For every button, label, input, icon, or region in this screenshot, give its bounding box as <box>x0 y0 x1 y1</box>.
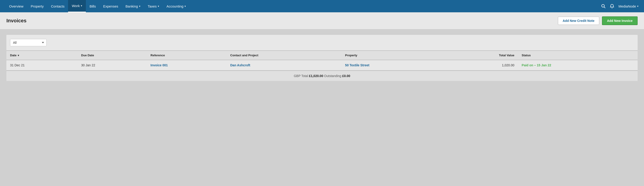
property-cell[interactable]: 50 Textile Street <box>342 60 444 70</box>
main-content: AllDraftSentPaidOverdueVoid Date ▼Due Da… <box>0 29 644 86</box>
nav-item-bills[interactable]: Bills <box>86 0 100 12</box>
header-actions: Add New Credit Note Add New Invoice <box>558 16 638 25</box>
footer-total: £1,020.00 <box>309 74 323 78</box>
col-header-date[interactable]: Date ▼ <box>6 51 78 60</box>
page-header: Invoices Add New Credit Note Add New Inv… <box>0 12 644 29</box>
nav-item-taxes[interactable]: Taxes▾ <box>144 0 163 12</box>
due-date-cell: 30 Jan 22 <box>78 60 147 70</box>
add-credit-note-button[interactable]: Add New Credit Note <box>558 17 599 25</box>
status-cell: Paid on – 15 Jan 22 <box>518 60 638 70</box>
main-nav: OverviewPropertyContactsWork▾BillsExpens… <box>0 0 644 12</box>
total-value-cell: 1,020.00 <box>444 60 518 70</box>
reference-cell[interactable]: Invoice 001 <box>147 60 226 70</box>
status-filter[interactable]: AllDraftSentPaidOverdueVoid <box>10 39 46 46</box>
filter-bar: AllDraftSentPaidOverdueVoid <box>6 35 638 50</box>
add-invoice-button[interactable]: Add New Invoice <box>602 16 638 25</box>
footer-outstanding: £0.00 <box>342 74 350 78</box>
taxes-chevron-icon: ▾ <box>158 5 159 8</box>
page-title: Invoices <box>6 18 26 24</box>
svg-line-1 <box>604 7 605 8</box>
status-paid-label: Paid on – 15 Jan 22 <box>522 63 551 67</box>
user-menu[interactable]: MediaNode ▾ <box>618 4 638 8</box>
contact-cell-link[interactable]: Dan Ashcroft <box>230 63 250 67</box>
nav-item-overview[interactable]: Overview <box>6 0 27 12</box>
notification-bell-icon[interactable] <box>610 4 614 8</box>
reference-cell-link[interactable]: Invoice 001 <box>150 63 168 67</box>
contact-cell[interactable]: Dan Ashcroft <box>226 60 342 70</box>
property-cell-link[interactable]: 50 Textile Street <box>345 63 369 67</box>
col-header-status: Status <box>518 51 638 60</box>
user-chevron-icon: ▾ <box>637 5 638 8</box>
nav-item-banking[interactable]: Banking▾ <box>122 0 144 12</box>
nav-item-contacts[interactable]: Contacts <box>47 0 68 12</box>
banking-chevron-icon: ▾ <box>139 5 140 8</box>
user-label: MediaNode <box>618 4 636 8</box>
date-cell: 31 Dec 21 <box>6 60 78 70</box>
nav-item-work[interactable]: Work▾ <box>68 0 86 12</box>
search-icon[interactable] <box>601 4 606 8</box>
col-header-contact: Contact and Project <box>226 51 342 60</box>
col-header-due_date: Due Date <box>78 51 147 60</box>
work-chevron-icon: ▾ <box>81 4 82 7</box>
table-footer: GBP Total £1,020.00 Outstanding £0.00 <box>6 70 638 81</box>
nav-item-property[interactable]: Property <box>27 0 48 12</box>
accounting-chevron-icon: ▾ <box>184 5 186 8</box>
col-header-property: Property <box>342 51 444 60</box>
nav-item-accounting[interactable]: Accounting▾ <box>163 0 190 12</box>
col-header-reference: Reference <box>147 51 226 60</box>
col-header-total_value: Total Value <box>444 51 518 60</box>
table-row: 31 Dec 2130 Jan 22Invoice 001Dan Ashcrof… <box>6 60 638 70</box>
invoices-table: Date ▼Due DateReferenceContact and Proje… <box>6 50 638 70</box>
date-sort-icon: ▼ <box>16 54 20 57</box>
footer-currency-label: GBP Total <box>294 74 309 78</box>
nav-item-expenses[interactable]: Expenses <box>100 0 122 12</box>
footer-outstanding-label: Outstanding <box>323 74 342 78</box>
invoices-table-container: Date ▼Due DateReferenceContact and Proje… <box>6 50 638 81</box>
